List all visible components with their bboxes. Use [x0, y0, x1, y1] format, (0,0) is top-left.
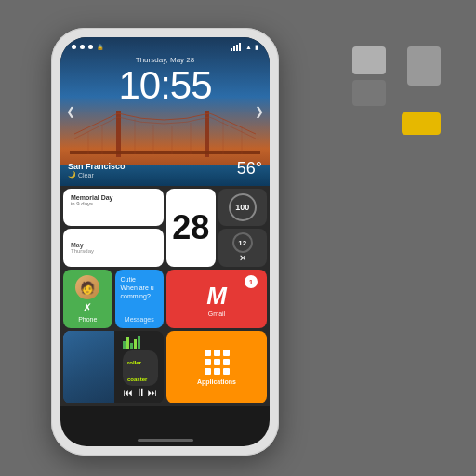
- next-button[interactable]: ⏭: [148, 388, 157, 398]
- widget-memorial-day[interactable]: Memorial Day in 9 days: [63, 189, 164, 226]
- status-bar: 🔒 ▲ ▮: [60, 43, 270, 51]
- app-dot-4: [205, 359, 211, 365]
- circle-12-value: 12: [238, 239, 246, 247]
- widget-grid: Memorial Day in 9 days 28 100 May: [60, 186, 270, 406]
- temperature-display: 56°: [237, 159, 262, 178]
- wifi-icon: ▲: [245, 44, 252, 50]
- music-controls[interactable]: ⏮ ⏸ ⏭: [123, 386, 158, 399]
- apps-grid-icon: [205, 350, 230, 375]
- app-logo: [352, 46, 441, 135]
- nav-right-arrow[interactable]: ❯: [255, 105, 264, 118]
- widget-applications[interactable]: Applications: [166, 331, 267, 403]
- widget-gmail-app[interactable]: 1 M Gmail: [166, 270, 267, 328]
- status-icons-left: 🔒: [72, 44, 103, 50]
- calendar-day-number: 28: [172, 211, 209, 245]
- month-weekday-text: May Thursday: [71, 242, 94, 254]
- weather-bar: San Francisco 🌙 Clear 56°: [68, 159, 262, 178]
- memorial-title: Memorial Day: [71, 194, 156, 201]
- month-label: May: [71, 242, 94, 248]
- weather-condition: 🌙 Clear: [68, 171, 126, 178]
- city-name: San Francisco: [68, 162, 126, 171]
- app-dot-3: [223, 350, 230, 356]
- weekday-label: Thursday: [71, 248, 94, 254]
- memorial-subtitle: in 9 days: [71, 201, 156, 206]
- logo-block-ml: [352, 80, 386, 106]
- widget-circle-12[interactable]: 12 ✕: [218, 229, 268, 267]
- gmail-app-label: Gmail: [208, 311, 225, 317]
- app-dot-9: [223, 368, 230, 375]
- music-content: roller coaster ⏮ ⏸ ⏭: [123, 336, 158, 399]
- eq-bar-1: [123, 341, 126, 349]
- messages-app-label: Messages: [125, 316, 154, 323]
- song-title: roller coaster: [127, 360, 147, 382]
- song-name-pill: roller coaster: [123, 350, 158, 386]
- eq-bar-4: [134, 339, 137, 349]
- album-art: [63, 331, 114, 403]
- widget-phone-app[interactable]: 🧑 ✗ Phone: [63, 270, 112, 328]
- logo-block-br: [402, 112, 441, 135]
- lock-icon: 🔒: [97, 44, 103, 50]
- app-dot-8: [214, 368, 220, 375]
- phone-app-label: Phone: [78, 316, 97, 323]
- hero-photo: 🔒 ▲ ▮ Thursday, Ma: [60, 37, 270, 186]
- signal-bar-3: [236, 45, 238, 51]
- arrow-down-icon: ✕: [239, 253, 246, 263]
- app-dot-7: [205, 368, 211, 375]
- moon-icon: 🌙: [68, 171, 76, 178]
- message-text: When are u comming?: [121, 284, 159, 300]
- applications-label: Applications: [197, 378, 236, 385]
- status-dot-3: [88, 45, 93, 49]
- missed-call-icon: ✗: [83, 301, 92, 314]
- signal-bars: [231, 43, 241, 51]
- nav-left-arrow[interactable]: ❮: [66, 105, 75, 118]
- phone-shell: 🔒 ▲ ▮ Thursday, Ma: [51, 28, 279, 456]
- circle-100-ring: 100: [229, 193, 257, 221]
- app-dot-6: [223, 359, 230, 365]
- circle-100-value: 100: [235, 203, 249, 212]
- widget-messages-app[interactable]: Cutie When are u comming? Messages: [115, 270, 165, 328]
- battery-icon: ▮: [255, 44, 258, 51]
- app-dot-5: [214, 359, 220, 365]
- logo-block-tl: [352, 46, 386, 74]
- time-display: 10:55: [60, 66, 270, 105]
- home-indicator[interactable]: [138, 439, 193, 442]
- equalizer-bars: [123, 336, 158, 349]
- circle-12-ring: 12: [232, 232, 253, 253]
- eq-bar-2: [126, 337, 129, 349]
- phone-screen: 🔒 ▲ ▮ Thursday, Ma: [60, 37, 270, 446]
- widget-music-player[interactable]: roller coaster ⏮ ⏸ ⏭: [63, 331, 164, 403]
- widget-calendar-number[interactable]: 28: [166, 189, 216, 267]
- play-pause-button[interactable]: ⏸: [135, 386, 146, 399]
- svg-rect-2: [70, 151, 260, 154]
- datetime-overlay: Thursday, May 28 10:55: [60, 56, 270, 105]
- app-dot-1: [205, 350, 211, 356]
- gmail-badge: 1: [245, 275, 258, 288]
- eq-bar-5: [138, 336, 140, 349]
- status-dot-2: [80, 45, 85, 49]
- contact-avatar: 🧑: [75, 275, 99, 299]
- gmail-badge-count: 1: [249, 278, 253, 286]
- prev-button[interactable]: ⏮: [124, 388, 133, 398]
- signal-bar-2: [233, 46, 235, 51]
- date-display: Thursday, May 28: [60, 56, 270, 64]
- gmail-letter: M: [206, 282, 227, 311]
- message-sender: Cutie: [121, 275, 159, 284]
- message-preview: Cutie When are u comming?: [121, 275, 159, 300]
- widget-circle-100[interactable]: 100: [218, 189, 268, 226]
- logo-block-tr: [407, 46, 441, 86]
- widget-month-weekday[interactable]: May Thursday: [63, 229, 164, 267]
- phone-mockup: 🔒 ▲ ▮ Thursday, Ma: [51, 28, 279, 456]
- status-dot-1: [72, 45, 76, 49]
- signal-bar-1: [231, 48, 232, 51]
- app-dot-2: [214, 350, 220, 356]
- status-icons-right: ▲ ▮: [231, 43, 258, 51]
- signal-bar-4: [239, 43, 241, 51]
- eq-bar-3: [130, 343, 133, 349]
- weather-left: San Francisco 🌙 Clear: [68, 162, 126, 178]
